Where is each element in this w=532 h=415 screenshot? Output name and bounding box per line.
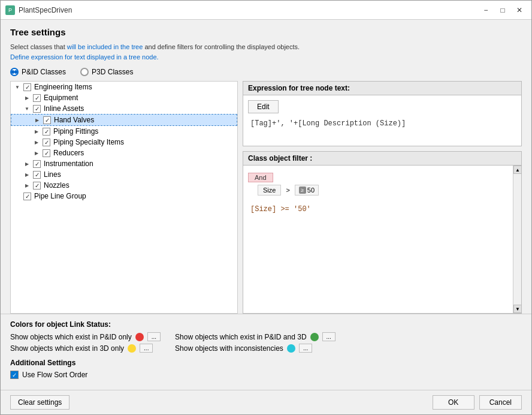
checkbox-handvalves[interactable]: [43, 116, 51, 124]
label-nozzles: Nozzles: [43, 181, 69, 190]
checkbox-engineering[interactable]: [23, 83, 31, 91]
label-engineering: Engineering Items: [33, 83, 92, 91]
radio-pid[interactable]: P&ID Classes: [10, 68, 66, 76]
main-window: P PlantSpecDriven − □ ✕ Tree settings Se…: [0, 0, 532, 415]
color-col-left: Show objects which exist in P&ID only ..…: [10, 332, 161, 353]
scroll-down-arrow[interactable]: ▼: [513, 305, 521, 313]
checkbox-instrumentation[interactable]: [33, 160, 41, 168]
color-row-inconsistencies: Show objects with inconsistencies ...: [175, 344, 335, 353]
tree-item-reducers[interactable]: ▶ Reducers: [11, 148, 237, 158]
footer-left: Clear settings: [10, 395, 433, 410]
color-rows: Show objects which exist in P&ID only ..…: [10, 332, 522, 353]
radio-p3d[interactable]: P3D Classes: [80, 68, 133, 76]
filter-header: Class object filter :: [243, 152, 521, 166]
colors-section: Colors for object Link Status: Show obje…: [10, 320, 522, 353]
label-handvalves: Hand Valves: [53, 116, 94, 124]
tree-item-inline[interactable]: ▼ Inline Assets: [11, 103, 237, 114]
filter-scrollbar[interactable]: ▲ ▼: [513, 166, 521, 313]
label-pipingfittings: Piping Fittings: [52, 127, 98, 136]
color-row-pid-only: Show objects which exist in P&ID only ..…: [10, 332, 161, 341]
clear-settings-button[interactable]: Clear settings: [10, 395, 69, 410]
tree-item-instrumentation[interactable]: ▶ Instrumentation: [11, 158, 237, 169]
toggle-engineering[interactable]: ▼: [13, 83, 22, 91]
toggle-pipingspecialty[interactable]: ▶: [32, 138, 41, 146]
radio-pid-circle: [10, 68, 19, 76]
footer: Clear settings OK Cancel: [1, 390, 531, 414]
tree-item-equipment[interactable]: ▶ Equipment: [11, 92, 237, 103]
description-line2[interactable]: Define expression for text displayed in …: [10, 53, 159, 61]
label-inline: Inline Assets: [43, 104, 84, 113]
color-circle-green: [310, 333, 319, 341]
color-row-3d-only: Show objects which exist in 3D only ...: [10, 344, 161, 353]
dots-btn-pid-only[interactable]: ...: [147, 332, 161, 341]
dots-btn-pid-and-3d[interactable]: ...: [322, 332, 335, 341]
tree-item-handvalves[interactable]: ▶ Hand Valves: [11, 114, 237, 126]
colors-title: Colors for object Link Status:: [10, 320, 522, 329]
radio-tabs: P&ID Classes P3D Classes: [10, 68, 522, 76]
checkbox-pipelinegroup[interactable]: [23, 193, 31, 200]
additional-title: Additional Settings: [10, 359, 522, 367]
filter-builder: And Size > ≥ 50 [Size] >= '50': [248, 170, 509, 218]
toggle-equipment[interactable]: ▶: [23, 94, 31, 102]
close-button[interactable]: ✕: [512, 4, 527, 16]
label-pid-and-3d: Show objects which exist in P&ID and 3D: [175, 333, 306, 341]
checkbox-lines[interactable]: [33, 171, 41, 179]
label-reducers: Reducers: [52, 149, 84, 157]
content-area: Tree settings Select classes that will b…: [1, 20, 531, 314]
cancel-button[interactable]: Cancel: [479, 395, 522, 410]
bottom-section: Colors for object Link Status: Show obje…: [1, 314, 531, 390]
maximize-button[interactable]: □: [495, 4, 510, 16]
color-row-pid-and-3d: Show objects which exist in P&ID and 3D …: [175, 332, 335, 341]
expression-content: Edit [Tag]+', '+[Long Description (Size)…: [243, 95, 521, 146]
additional-section: Additional Settings Use Flow Sort Order: [10, 359, 522, 379]
label-instrumentation: Instrumentation: [43, 160, 93, 168]
toggle-pipingfittings[interactable]: ▶: [32, 127, 41, 136]
footer-right: OK Cancel: [433, 395, 522, 410]
filter-val-text: 50: [307, 187, 315, 194]
filter-field-chip[interactable]: Size: [258, 185, 281, 196]
tree-item-pipelinegroup[interactable]: ▶ Pipe Line Group: [11, 191, 237, 202]
checkbox-nozzles[interactable]: [33, 182, 41, 190]
radio-p3d-label: P3D Classes: [92, 68, 133, 76]
dots-btn-inconsistencies[interactable]: ...: [299, 344, 312, 353]
tree-item-pipingfittings[interactable]: ▶ Piping Fittings: [11, 126, 237, 137]
label-equipment: Equipment: [43, 94, 78, 102]
toggle-lines[interactable]: ▶: [23, 170, 31, 179]
radio-p3d-circle: [80, 68, 89, 76]
window-title: PlantSpecDriven: [19, 6, 479, 14]
and-button[interactable]: And: [248, 173, 273, 182]
label-pid-only: Show objects which exist in P&ID only: [10, 333, 132, 341]
checkbox-equipment[interactable]: [33, 94, 41, 102]
filter-val-chip[interactable]: ≥ 50: [295, 185, 319, 196]
toggle-reducers[interactable]: ▶: [32, 149, 41, 157]
tree-item-engineering[interactable]: ▼ Engineering Items: [11, 82, 237, 92]
expression-panel: Expression for tree node text: Edit [Tag…: [243, 81, 522, 146]
tree-item-nozzles[interactable]: ▶ Nozzles: [11, 180, 237, 191]
filter-expression: [Size] >= '50': [248, 203, 509, 216]
flow-sort-label: Use Flow Sort Order: [22, 371, 87, 379]
tree-panel[interactable]: ▼ Engineering Items ▶ Equipment ▼ Inline…: [10, 81, 238, 314]
description: Select classes that will be included in …: [10, 42, 522, 62]
checkbox-inline[interactable]: [33, 105, 41, 113]
minimize-button[interactable]: −: [479, 4, 493, 16]
main-area: ▼ Engineering Items ▶ Equipment ▼ Inline…: [10, 81, 522, 314]
edit-button[interactable]: Edit: [248, 100, 279, 113]
scroll-thumb-area: [513, 174, 521, 305]
toggle-inline[interactable]: ▼: [23, 104, 31, 113]
scroll-up-arrow[interactable]: ▲: [513, 166, 521, 174]
ok-button[interactable]: OK: [433, 395, 474, 410]
expression-header: Expression for tree node text:: [243, 82, 521, 95]
color-circle-yellow: [128, 344, 136, 353]
toggle-handvalves[interactable]: ▶: [33, 116, 41, 124]
checkbox-pipingfittings[interactable]: [43, 128, 50, 136]
filter-row: Size > ≥ 50: [258, 185, 509, 196]
dots-btn-3d-only[interactable]: ...: [140, 344, 153, 353]
toggle-instrumentation[interactable]: ▶: [23, 160, 31, 168]
tree-item-lines[interactable]: ▶ Lines: [11, 169, 237, 180]
tree-item-pipingspecialty[interactable]: ▶ Piping Specialty Items: [11, 137, 237, 148]
toggle-nozzles[interactable]: ▶: [23, 181, 31, 190]
flow-sort-checkbox[interactable]: [10, 371, 19, 379]
label-pipelinegroup: Pipe Line Group: [33, 192, 86, 200]
checkbox-pipingspecialty[interactable]: [43, 139, 50, 146]
checkbox-reducers[interactable]: [43, 149, 50, 157]
